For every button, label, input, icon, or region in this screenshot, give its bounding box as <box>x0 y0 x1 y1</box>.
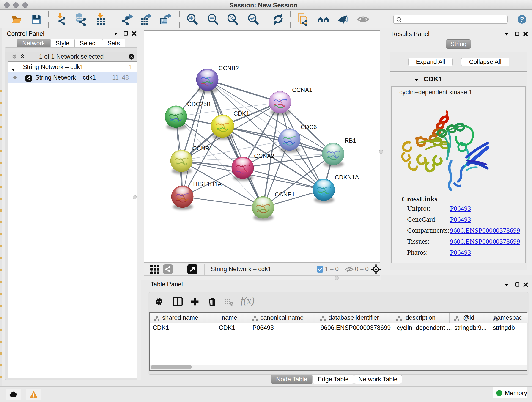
svg-text:CDK1: CDK1 <box>234 110 249 117</box>
svg-text:CCNB1: CCNB1 <box>192 145 213 152</box>
svg-text:CCNA2: CCNA2 <box>254 153 274 159</box>
svg-text:CDC25B: CDC25B <box>187 101 211 108</box>
svg-text:CCNA1: CCNA1 <box>292 86 312 93</box>
svg-text:CCNB2: CCNB2 <box>219 65 239 71</box>
svg-text:HIST1H1A: HIST1H1A <box>193 181 222 187</box>
svg-text:CCNE1: CCNE1 <box>275 191 295 198</box>
svg-text:CDC6: CDC6 <box>301 123 317 130</box>
svg-text:RB1: RB1 <box>345 137 356 144</box>
svg-text:CDKN1A: CDKN1A <box>335 174 359 181</box>
